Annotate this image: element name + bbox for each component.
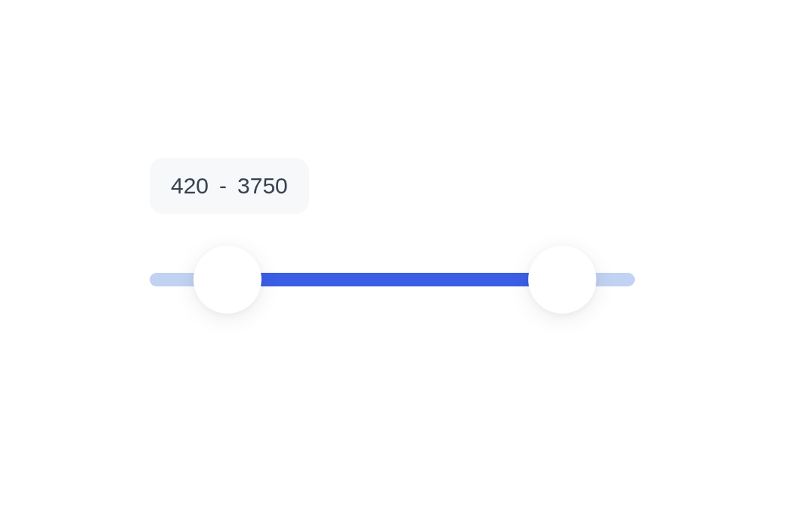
range-value-badge: 420 - 3750 — [150, 158, 309, 214]
range-slider[interactable] — [150, 273, 635, 286]
slider-handle-high[interactable] — [528, 246, 596, 314]
range-low-value: 420 — [171, 173, 209, 199]
range-separator: - — [219, 173, 227, 199]
slider-track — [227, 273, 562, 286]
slider-handle-low[interactable] — [193, 246, 261, 314]
range-high-value: 3750 — [237, 173, 288, 199]
